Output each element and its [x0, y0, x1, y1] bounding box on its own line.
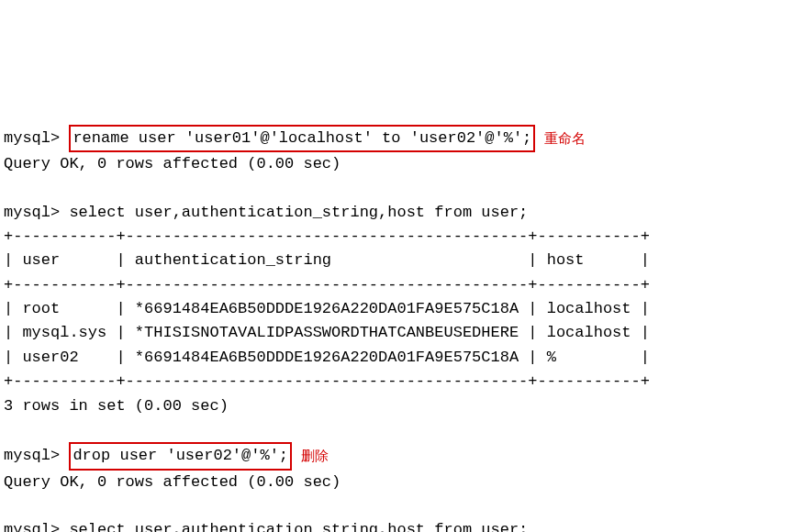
- query-result: Query OK, 0 rows affected (0.00 sec): [4, 473, 341, 491]
- query-result: Query OK, 0 rows affected (0.00 sec): [4, 155, 341, 172]
- annotation-drop: 删除: [301, 445, 329, 466]
- prompt: mysql>: [4, 129, 60, 147]
- table-row: | mysql.sys | *THISISNOTAVALIDPASSWORDTH…: [4, 324, 650, 341]
- table-header: | user | authentication_string | host |: [4, 251, 650, 269]
- table-border: +-----------+---------------------------…: [4, 227, 650, 245]
- table-border: +-----------+---------------------------…: [4, 372, 650, 390]
- rename-command-box: rename user 'user01'@'localhost' to 'use…: [69, 125, 535, 152]
- prompt: mysql>: [4, 447, 60, 464]
- select-command-2: mysql> select user,authentication_string…: [4, 521, 528, 532]
- row-count: 3 rows in set (0.00 sec): [4, 397, 229, 415]
- select-command-1: mysql> select user,authentication_string…: [4, 204, 528, 221]
- terminal-output: mysql> rename user 'user01'@'localhost' …: [4, 100, 804, 532]
- annotation-rename: 重命名: [544, 127, 586, 149]
- drop-command-box: drop user 'user02'@'%';: [69, 442, 292, 470]
- table-row: | user02 | *6691484EA6B50DDDE1926A220DA0…: [4, 349, 650, 366]
- table-border: +-----------+---------------------------…: [4, 276, 650, 294]
- table-row: | root | *6691484EA6B50DDDE1926A220DA01F…: [4, 300, 650, 317]
